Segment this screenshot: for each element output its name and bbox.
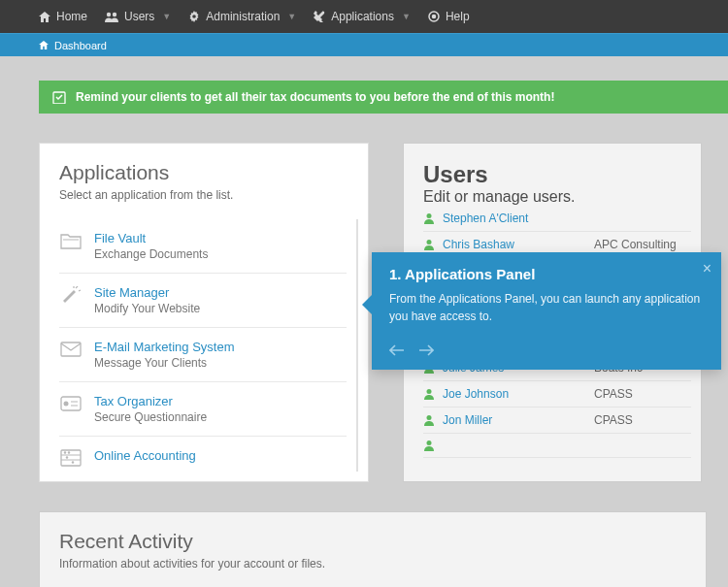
nav-home-label: Home — [56, 10, 87, 23]
tour-popover: × 1. Applications Panel From the Applica… — [372, 252, 721, 370]
tour-prev[interactable] — [389, 344, 405, 356]
svg-point-23 — [427, 440, 432, 445]
top-nav: Home Users ▼ Administration ▼ Applicatio… — [0, 0, 728, 33]
alert-text: Remind your clients to get all their tax… — [76, 90, 554, 104]
user-row[interactable]: Joe JohnsonCPASS — [423, 381, 691, 408]
user-name[interactable]: Chris Bashaw — [443, 238, 594, 251]
tour-next[interactable] — [418, 344, 434, 356]
close-icon[interactable]: × — [703, 260, 711, 277]
recent-activity-panel: Recent Activity Information about activi… — [39, 511, 707, 587]
svg-point-10 — [64, 451, 66, 453]
app-item-tax-organizer[interactable]: Tax Organizer Secure Questionnaire — [59, 382, 347, 437]
users-title: Users — [423, 161, 691, 188]
applications-title: Applications — [59, 161, 358, 184]
user-row[interactable] — [423, 434, 691, 458]
svg-point-1 — [113, 12, 116, 16]
user-org: APC Consulting — [594, 238, 691, 251]
chevron-down-icon: ▼ — [162, 12, 171, 21]
users-icon — [105, 12, 118, 22]
app-title[interactable]: Tax Organizer — [94, 394, 207, 408]
applications-list: File Vault Exchange Documents Site Manag… — [59, 219, 358, 472]
user-icon — [423, 414, 443, 426]
nav-help[interactable]: Help — [428, 10, 470, 23]
app-desc: Message Your Clients — [94, 356, 234, 370]
svg-point-15 — [427, 240, 432, 245]
home-icon — [39, 41, 49, 49]
tools-icon — [314, 11, 325, 22]
checklist-icon — [52, 90, 66, 104]
tour-title: 1. Applications Panel — [389, 266, 704, 282]
svg-point-21 — [427, 389, 432, 394]
tour-body: From the Applications Panel, you can lau… — [389, 290, 704, 325]
breadcrumb-label[interactable]: Dashboard — [54, 40, 107, 51]
nav-apps[interactable]: Applications ▼ — [314, 10, 411, 23]
app-title[interactable]: File Vault — [94, 231, 208, 245]
abacus-icon — [59, 448, 83, 468]
users-subtitle: Edit or manage users. — [423, 188, 691, 206]
gear-icon — [188, 11, 200, 22]
help-icon — [428, 11, 440, 22]
svg-point-13 — [72, 461, 74, 463]
user-name[interactable]: Stephen A'Client — [443, 212, 594, 225]
app-title[interactable]: Site Manager — [94, 285, 200, 300]
user-org: CPASS — [594, 387, 691, 401]
svg-point-14 — [427, 213, 432, 218]
svg-point-22 — [427, 415, 432, 420]
svg-point-2 — [192, 15, 196, 18]
user-org: CPASS — [594, 413, 691, 427]
user-icon — [423, 388, 443, 400]
home-icon — [39, 12, 50, 22]
user-row[interactable]: Jon MillerCPASS — [423, 408, 691, 434]
app-desc: Secure Questionnaire — [94, 410, 207, 424]
user-icon — [423, 440, 443, 451]
nav-users-label: Users — [124, 10, 154, 23]
svg-point-8 — [64, 402, 69, 407]
wand-icon — [59, 285, 83, 305]
svg-point-12 — [66, 456, 68, 458]
svg-point-0 — [107, 12, 111, 16]
chevron-down-icon: ▼ — [402, 12, 411, 21]
svg-point-11 — [68, 451, 70, 453]
nav-users[interactable]: Users ▼ — [105, 10, 171, 23]
user-row[interactable]: Stephen A'Client — [423, 206, 691, 232]
app-title[interactable]: Online Accounting — [94, 448, 196, 463]
user-icon — [423, 212, 443, 224]
nav-admin[interactable]: Administration ▼ — [188, 10, 296, 23]
applications-panel: Applications Select an application from … — [39, 143, 369, 482]
app-item-online-accounting[interactable]: Online Accounting — [59, 437, 347, 472]
applications-subtitle: Select an application from the list. — [59, 188, 358, 202]
nav-home[interactable]: Home — [39, 10, 87, 23]
nav-admin-label: Administration — [206, 10, 280, 23]
chevron-down-icon: ▼ — [287, 12, 296, 21]
app-desc: Modify Your Website — [94, 302, 200, 315]
user-icon — [423, 239, 443, 250]
recent-subtitle: Information about activities for your ac… — [59, 557, 686, 571]
svg-point-4 — [432, 16, 435, 18]
recent-title: Recent Activity — [59, 530, 686, 553]
user-name[interactable]: Joe Johnson — [443, 387, 594, 401]
folder-icon — [59, 231, 83, 250]
nav-help-label: Help — [446, 10, 470, 23]
card-icon — [59, 394, 83, 413]
app-desc: Exchange Documents — [94, 247, 208, 261]
svg-rect-6 — [61, 342, 81, 356]
envelope-icon — [59, 340, 83, 359]
app-item-file-vault[interactable]: File Vault Exchange Documents — [59, 219, 347, 274]
user-name[interactable]: Jon Miller — [443, 413, 594, 427]
app-item-email-marketing[interactable]: E-Mail Marketing System Message Your Cli… — [59, 328, 347, 382]
app-item-site-manager[interactable]: Site Manager Modify Your Website — [59, 274, 347, 328]
nav-apps-label: Applications — [331, 10, 394, 23]
breadcrumb: Dashboard — [0, 33, 728, 56]
app-title[interactable]: E-Mail Marketing System — [94, 340, 234, 354]
alert-banner: Remind your clients to get all their tax… — [39, 81, 728, 114]
